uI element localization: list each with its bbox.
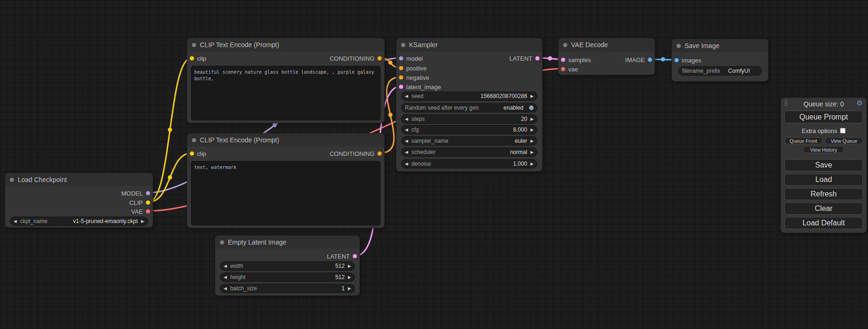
- scheduler-widget[interactable]: ◀ scheduler normal ▶: [401, 147, 537, 157]
- increment-arrow-icon[interactable]: ▶: [530, 150, 534, 154]
- batch-size-widget[interactable]: ◀ batch_size 1 ▶: [220, 284, 355, 293]
- prompt-text-input[interactable]: beautiful scenery nature glass bottle la…: [191, 66, 381, 120]
- collapse-dot-icon[interactable]: [192, 43, 196, 47]
- settings-gear-icon[interactable]: ⚙: [857, 99, 863, 106]
- toggle-on-indicator-icon[interactable]: [529, 105, 534, 110]
- output-port-latent[interactable]: [535, 56, 540, 61]
- widget-value: 8.000: [513, 126, 527, 133]
- collapse-dot-icon[interactable]: [677, 44, 681, 48]
- increment-arrow-icon[interactable]: ▶: [530, 139, 534, 143]
- decrement-arrow-icon[interactable]: ◀: [405, 139, 408, 143]
- output-port-model[interactable]: [146, 191, 150, 196]
- collapse-dot-icon[interactable]: [192, 138, 196, 142]
- increment-arrow-icon[interactable]: ▶: [530, 128, 534, 132]
- node-header[interactable]: Empty Latent Image: [215, 236, 360, 249]
- input-port-samples[interactable]: [561, 57, 565, 62]
- output-port-vae[interactable]: [146, 209, 150, 214]
- node-empty-latent-image[interactable]: Empty Latent Image LATENT ◀ width 512 ▶ …: [215, 235, 360, 296]
- node-header[interactable]: CLIP Text Encode (Prompt): [187, 133, 384, 147]
- output-port-image[interactable]: [648, 57, 652, 62]
- increment-arrow-icon[interactable]: ▶: [348, 264, 351, 268]
- random-seed-toggle-widget[interactable]: Random seed after every gen enabled: [401, 103, 537, 112]
- input-port-latent-image[interactable]: [399, 84, 403, 89]
- decrement-arrow-icon[interactable]: ◀: [14, 219, 17, 224]
- decrement-arrow-icon[interactable]: ◀: [405, 162, 408, 166]
- seed-widget[interactable]: ◀ seed 156680208700286 ▶: [401, 91, 537, 101]
- input-port-clip[interactable]: [190, 56, 194, 61]
- collapse-dot-icon[interactable]: [10, 178, 14, 182]
- collapse-dot-icon[interactable]: [220, 240, 224, 245]
- queue-prompt-button[interactable]: Queue Prompt: [784, 111, 863, 123]
- save-button[interactable]: Save: [784, 159, 863, 171]
- widget-label: width: [230, 263, 243, 269]
- widget-value: 1.000: [513, 161, 527, 167]
- node-vae-decode[interactable]: VAE Decode samples IMAGE vae: [558, 38, 655, 75]
- widget-value: 512: [335, 274, 345, 280]
- view-queue-button[interactable]: View Queue: [825, 137, 863, 144]
- input-port-negative[interactable]: [399, 75, 403, 80]
- output-port-clip[interactable]: [146, 200, 150, 205]
- widget-label: cfg: [411, 126, 419, 133]
- ckpt-name-widget[interactable]: ◀ ckpt_name v1-5-pruned-emaonly.ckpt ▶: [10, 217, 148, 226]
- node-clip-text-encode-positive[interactable]: CLIP Text Encode (Prompt) clip CONDITION…: [187, 38, 385, 123]
- slot-row: positive: [396, 63, 542, 73]
- cfg-widget[interactable]: ◀ cfg 8.000 ▶: [401, 125, 537, 134]
- widget-label: Random seed after every gen: [405, 105, 479, 111]
- view-history-button[interactable]: View History: [803, 146, 844, 153]
- node-ksampler[interactable]: KSampler model LATENT positive negative …: [396, 38, 543, 172]
- node-save-image[interactable]: Save Image images filename_prefix ComfyU…: [671, 39, 769, 82]
- node-load-checkpoint[interactable]: Load Checkpoint MODEL CLIP VAE ◀ ckpt_na…: [5, 173, 153, 228]
- slot-label-vae: vae: [568, 66, 578, 73]
- node-clip-text-encode-negative[interactable]: CLIP Text Encode (Prompt) clip CONDITION…: [187, 133, 385, 228]
- prompt-text-input[interactable]: text, watermark: [191, 161, 381, 225]
- slot-label-conditioning: CONDITIONING: [330, 150, 374, 157]
- refresh-button[interactable]: Refresh: [784, 188, 863, 200]
- width-widget[interactable]: ◀ width 512 ▶: [220, 261, 355, 271]
- link-midpoint-dot: [388, 61, 393, 65]
- output-port-latent[interactable]: [353, 254, 357, 259]
- widget-value: 20: [521, 116, 527, 122]
- denoise-widget[interactable]: ◀ denoise 1.000 ▶: [401, 159, 537, 168]
- load-default-button[interactable]: Load Default: [784, 217, 863, 229]
- node-title: Load Checkpoint: [18, 176, 67, 183]
- input-port-vae[interactable]: [561, 67, 565, 71]
- collapse-dot-icon[interactable]: [563, 43, 567, 47]
- queue-front-button[interactable]: Queue Front: [784, 137, 822, 144]
- decrement-arrow-icon[interactable]: ◀: [405, 128, 408, 132]
- decrement-arrow-icon[interactable]: ◀: [405, 94, 408, 98]
- decrement-arrow-icon[interactable]: ◀: [224, 275, 227, 280]
- output-port-conditioning[interactable]: [377, 151, 382, 156]
- decrement-arrow-icon[interactable]: ◀: [405, 150, 408, 154]
- increment-arrow-icon[interactable]: ▶: [530, 162, 534, 166]
- input-port-model[interactable]: [399, 56, 403, 61]
- output-port-conditioning[interactable]: [377, 56, 382, 61]
- node-graph-canvas[interactable]: Load Checkpoint MODEL CLIP VAE ◀ ckpt_na…: [0, 0, 868, 329]
- widget-label: scheduler: [411, 149, 436, 155]
- filename-prefix-widget[interactable]: filename_prefix ComfyUI: [678, 66, 762, 76]
- decrement-arrow-icon[interactable]: ◀: [224, 264, 227, 268]
- node-title: VAE Decode: [571, 41, 608, 49]
- clear-button[interactable]: Clear: [784, 203, 863, 215]
- increment-arrow-icon[interactable]: ▶: [530, 94, 534, 98]
- input-port-positive[interactable]: [399, 66, 403, 70]
- increment-arrow-icon[interactable]: ▶: [141, 219, 144, 224]
- steps-widget[interactable]: ◀ steps 20 ▶: [401, 114, 537, 124]
- increment-arrow-icon[interactable]: ▶: [530, 117, 534, 121]
- increment-arrow-icon[interactable]: ▶: [348, 275, 351, 280]
- height-widget[interactable]: ◀ height 512 ▶: [220, 273, 355, 282]
- load-button[interactable]: Load: [784, 174, 863, 186]
- input-port-images[interactable]: [674, 58, 679, 63]
- node-header[interactable]: Load Checkpoint: [5, 173, 153, 186]
- decrement-arrow-icon[interactable]: ◀: [224, 287, 227, 291]
- node-header[interactable]: VAE Decode: [558, 38, 655, 51]
- extra-options-checkbox[interactable]: [840, 128, 846, 133]
- input-port-clip[interactable]: [190, 151, 194, 156]
- node-header[interactable]: KSampler: [396, 38, 542, 51]
- sampler-name-widget[interactable]: ◀ sampler_name euler ▶: [401, 136, 537, 146]
- slot-label-vae: VAE: [131, 208, 143, 215]
- node-header[interactable]: Save Image: [672, 39, 768, 52]
- collapse-dot-icon[interactable]: [401, 43, 405, 47]
- decrement-arrow-icon[interactable]: ◀: [405, 117, 408, 121]
- node-header[interactable]: CLIP Text Encode (Prompt): [187, 38, 384, 51]
- increment-arrow-icon[interactable]: ▶: [348, 287, 351, 291]
